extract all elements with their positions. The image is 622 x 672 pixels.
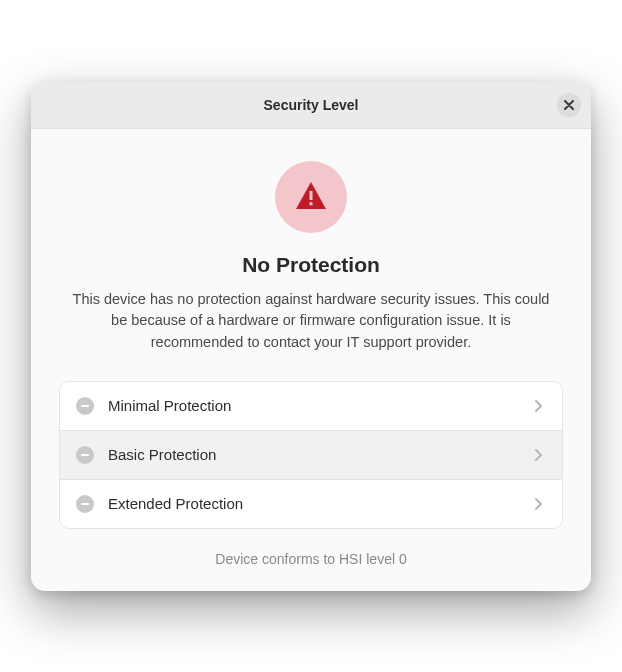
minus-circle-icon	[76, 495, 94, 513]
svg-rect-1	[310, 203, 313, 206]
status-heading: No Protection	[59, 253, 563, 277]
chevron-right-icon	[530, 496, 546, 512]
level-row-minimal[interactable]: Minimal Protection	[60, 382, 562, 430]
protection-levels-list: Minimal Protection Basic Protection Ex	[59, 381, 563, 529]
chevron-right-icon	[530, 447, 546, 463]
level-label: Minimal Protection	[108, 397, 530, 414]
status-icon-circle	[275, 161, 347, 233]
minus-circle-icon	[76, 397, 94, 415]
svg-rect-0	[310, 191, 313, 200]
close-icon	[564, 100, 574, 110]
titlebar: Security Level	[31, 81, 591, 129]
level-label: Basic Protection	[108, 446, 530, 463]
minus-circle-icon	[76, 446, 94, 464]
level-row-basic[interactable]: Basic Protection	[60, 430, 562, 479]
dialog-content: No Protection This device has no protect…	[31, 129, 591, 590]
level-label: Extended Protection	[108, 495, 530, 512]
level-row-extended[interactable]: Extended Protection	[60, 479, 562, 528]
close-button[interactable]	[557, 93, 581, 117]
warning-triangle-icon	[293, 179, 329, 215]
dialog-title: Security Level	[264, 97, 359, 113]
status-description: This device has no protection against ha…	[67, 289, 555, 352]
hsi-level-text: Device conforms to HSI level 0	[59, 551, 563, 567]
chevron-right-icon	[530, 398, 546, 414]
security-level-dialog: Security Level No Protection This device…	[31, 81, 591, 590]
